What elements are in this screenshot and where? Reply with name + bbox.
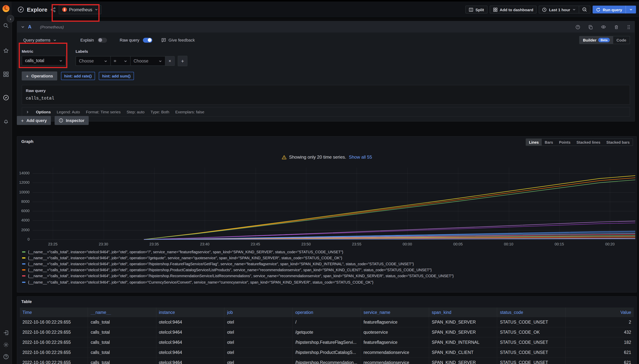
option-exemplars: Exemplars: false [175, 110, 204, 114]
table-cell: 2022-10-16 00:22:29.655 [20, 358, 88, 364]
alerting-bell-icon[interactable] [3, 118, 8, 124]
view-mode-bars[interactable]: Bars [542, 139, 556, 146]
remove-label-filter-button[interactable]: × [165, 56, 175, 66]
metric-select[interactable]: calls_total [22, 56, 66, 66]
x-axis-label: 23:30 [99, 242, 108, 246]
query-datasource-hint: (Prometheus) [40, 25, 64, 29]
column-header-instance[interactable]: instance [156, 308, 224, 317]
split-button[interactable]: Split [466, 6, 488, 14]
split-label: Split [476, 7, 484, 12]
y-axis-label: 6000 [13, 209, 30, 213]
builder-label: Builder [583, 38, 596, 42]
run-query-button[interactable]: Run query [592, 6, 636, 14]
column-header-time[interactable]: Time [20, 308, 88, 317]
table-cell: STATUS_CODE_UNSET [498, 338, 566, 347]
drag-handle-icon[interactable] [627, 24, 631, 29]
grafana-explore-page: › Explore [0, 0, 639, 364]
column-header-servicename[interactable]: service_name [361, 308, 429, 317]
y-axis-label: 10000 [13, 190, 30, 194]
show-all-series-link[interactable]: Show all 55 [349, 154, 372, 160]
grafana-logo-icon[interactable] [2, 4, 10, 13]
starred-icon[interactable] [3, 48, 8, 54]
option-legend: Legend: Auto [57, 110, 80, 114]
legend-series-color [22, 282, 26, 283]
column-header-value[interactable]: Value [566, 308, 634, 317]
inspector-button[interactable]: Inspector [54, 116, 88, 125]
metric-value: calls_total [25, 58, 44, 63]
query-editor: A (Prometheus) Query patterns Explain Ra… [17, 21, 635, 122]
datasource-picker[interactable]: Prometheus [58, 5, 101, 14]
raw-query-toggle[interactable] [143, 38, 152, 42]
query-row-header[interactable]: A (Prometheus) [17, 21, 634, 32]
table-cell: otel [224, 358, 293, 364]
chevron-down-icon [572, 8, 576, 11]
add-label-filter-button[interactable]: + [178, 56, 188, 66]
label-operator-select[interactable]: = [110, 56, 130, 66]
raw-query-label: Raw query [120, 38, 139, 42]
explain-toggle[interactable] [98, 38, 107, 42]
query-help-icon[interactable] [576, 24, 580, 29]
hint-add-rate-button[interactable]: hint: add rate() [61, 72, 95, 80]
graph-legend: {__name__="calls_total", instance="otelc… [22, 249, 634, 286]
settings-gear-icon[interactable] [3, 342, 8, 348]
add-operation-button[interactable]: + Operations [22, 72, 57, 80]
column-header-name[interactable]: __name__ [88, 308, 156, 317]
legend-item[interactable]: {__name__="calls_total", instance="otelc… [22, 273, 634, 279]
share-icon[interactable] [50, 7, 56, 12]
remove-query-trash-icon[interactable] [614, 24, 619, 29]
table-cell: STATUS_CODE_UNSET [498, 317, 566, 327]
apps-grid-icon [493, 7, 498, 12]
legend-series-label: {__name__="calls_total", instance="otelc… [28, 286, 151, 286]
table-cell: 621 [566, 358, 634, 364]
chevron-right-icon [26, 110, 29, 114]
table-cell: 182 [566, 338, 634, 347]
hint-add-sum-button[interactable]: hint: add sum() [99, 72, 134, 80]
clock-icon [542, 7, 547, 12]
legend-item[interactable]: {__name__="calls_total", instance="otelc… [22, 285, 634, 286]
table-cell: otel [224, 327, 293, 337]
label-value-select[interactable]: Choose [130, 56, 165, 66]
zoom-out-time-button[interactable] [579, 6, 590, 13]
search-icon[interactable] [3, 23, 8, 28]
column-header-job[interactable]: job [224, 308, 293, 317]
view-mode-stacked-lines[interactable]: Stacked lines [574, 139, 604, 146]
dashboards-icon[interactable] [3, 72, 8, 77]
gridline [32, 211, 635, 211]
time-range-button[interactable]: Last 1 hour [539, 6, 579, 13]
column-header-spankind[interactable]: span_kind [429, 308, 498, 317]
view-mode-points[interactable]: Points [556, 139, 574, 146]
sidebar-expand-button[interactable]: › [7, 15, 14, 22]
query-options-row[interactable]: Options Legend: Auto Format: Time series… [22, 107, 630, 117]
duplicate-query-icon[interactable] [588, 24, 593, 29]
run-query-dropdown[interactable] [626, 6, 636, 14]
give-feedback-link[interactable]: Give feedback [162, 38, 195, 42]
option-type: Type: Both [150, 110, 169, 114]
legend-item[interactable]: {__name__="calls_total", instance="otelc… [22, 279, 634, 285]
legend-item[interactable]: {__name__="calls_total", instance="otelc… [22, 255, 634, 261]
code-mode-tab[interactable]: Code [613, 36, 630, 44]
query-patterns-dropdown[interactable]: Query patterns [22, 38, 58, 42]
label-name-select[interactable]: Choose [76, 56, 111, 66]
table-cell: calls_total [88, 317, 156, 327]
toggle-visibility-eye-icon[interactable] [601, 24, 606, 30]
view-mode-stacked-bars[interactable]: Stacked bars [603, 139, 633, 146]
column-header-statuscode[interactable]: status_code [498, 308, 566, 317]
table-cell: featureflagservice [361, 317, 429, 327]
add-query-button[interactable]: + Add query [17, 116, 51, 125]
column-header-operation[interactable]: operation [293, 308, 361, 317]
y-axis-label: 4000 [13, 218, 30, 222]
help-icon[interactable] [3, 354, 8, 360]
sign-in-icon[interactable] [3, 330, 8, 336]
add-to-dashboard-button[interactable]: Add to dashboard [490, 6, 537, 14]
table-panel: Table Time__name__instancejoboperationse… [17, 296, 637, 364]
legend-item[interactable]: {__name__="calls_total", instance="otelc… [22, 261, 634, 267]
x-axis-label: 23:40 [200, 242, 210, 246]
builder-mode-tab[interactable]: Builder Beta [580, 36, 613, 44]
view-mode-lines[interactable]: Lines [526, 139, 542, 146]
table-cell: SPAN_KIND_SERVER [429, 327, 498, 337]
collapse-chevron-icon[interactable] [21, 25, 25, 29]
legend-series-label: {__name__="calls_total", instance="otelc… [28, 274, 454, 278]
legend-item[interactable]: {__name__="calls_total", instance="otelc… [22, 267, 634, 273]
legend-item[interactable]: {__name__="calls_total", instance="otelc… [22, 249, 634, 255]
explore-nav-icon[interactable] [3, 95, 9, 101]
